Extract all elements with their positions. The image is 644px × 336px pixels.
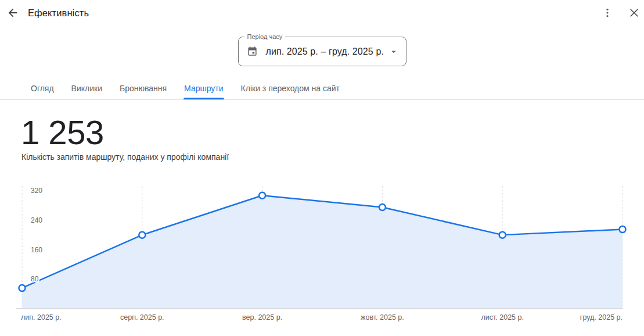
date-range-label: Період часу: [244, 33, 286, 41]
tab-calls[interactable]: Виклики: [63, 77, 111, 99]
data-point-6[interactable]: [620, 226, 626, 233]
header-actions: [600, 6, 641, 20]
back-button[interactable]: [3, 3, 22, 22]
tab-bookings[interactable]: Бронювання: [111, 77, 175, 99]
tab-label: Бронювання: [120, 84, 167, 93]
data-point-2[interactable]: [139, 232, 145, 238]
metric-value: 1 253: [21, 116, 104, 149]
data-point-4[interactable]: [379, 204, 386, 210]
data-point-1[interactable]: [19, 285, 26, 291]
x-axis-label: груд. 2025 р.: [580, 313, 623, 321]
tab-label: Огляд: [31, 84, 54, 93]
tab-overview[interactable]: Огляд: [22, 77, 63, 99]
area-fill: [22, 195, 623, 309]
tab-website-clicks[interactable]: Кліки з переходом на сайт: [232, 77, 348, 99]
date-range-value: лип. 2025 р. – груд. 2025 р.: [266, 47, 384, 57]
tab-bar: ОглядВикликиБронюванняМаршрутиКліки з пе…: [0, 77, 644, 99]
page-title: Ефективність: [28, 8, 89, 19]
metric-description: Кількість запитів маршруту, поданих у пр…: [21, 152, 229, 162]
more-options-button[interactable]: [600, 6, 614, 20]
data-point-5[interactable]: [499, 232, 506, 238]
tab-label: Маршрути: [184, 84, 223, 93]
y-axis-label: 240: [31, 216, 42, 224]
y-axis-label: 160: [31, 246, 42, 254]
x-axis-label: вер. 2025 р.: [242, 313, 282, 321]
x-axis-label: серп. 2025 р.: [120, 313, 164, 321]
x-axis-label: жовт. 2025 р.: [361, 313, 404, 321]
arrow-left-icon: [6, 6, 19, 19]
close-button[interactable]: [627, 6, 641, 20]
close-icon: [628, 7, 640, 19]
y-axis-label: 320: [31, 187, 42, 195]
header: Ефективність: [0, 0, 644, 26]
chevron-down-icon: [388, 47, 399, 57]
x-axis-label: лист. 2025 р.: [481, 313, 524, 321]
tab-directions[interactable]: Маршрути: [175, 77, 232, 99]
performance-chart: 80160240320лип. 2025 р.серп. 2025 р.вер.…: [0, 183, 644, 328]
calendar-icon: [247, 46, 258, 57]
data-point-3[interactable]: [259, 192, 265, 199]
tab-label: Кліки з переходом на сайт: [241, 84, 340, 93]
y-axis-label: 80: [31, 275, 39, 283]
x-axis-label: лип. 2025 р.: [21, 313, 62, 321]
tab-label: Виклики: [71, 84, 102, 93]
tab-bar-divider: [0, 99, 644, 100]
kebab-menu-icon: [602, 7, 613, 19]
date-range-picker[interactable]: Період часу лип. 2025 р. – груд. 2025 р.: [238, 37, 406, 66]
